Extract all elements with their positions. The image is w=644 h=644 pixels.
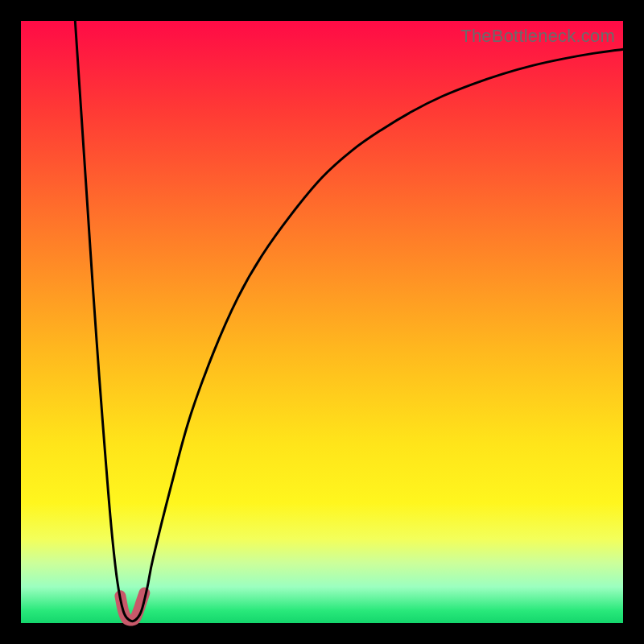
- chart-svg: [21, 21, 623, 623]
- highlight-segment: [120, 593, 144, 621]
- chart-frame: TheBottleneck.com: [0, 0, 644, 644]
- bottleneck-curve: [75, 21, 623, 621]
- plot-area: TheBottleneck.com: [21, 21, 623, 623]
